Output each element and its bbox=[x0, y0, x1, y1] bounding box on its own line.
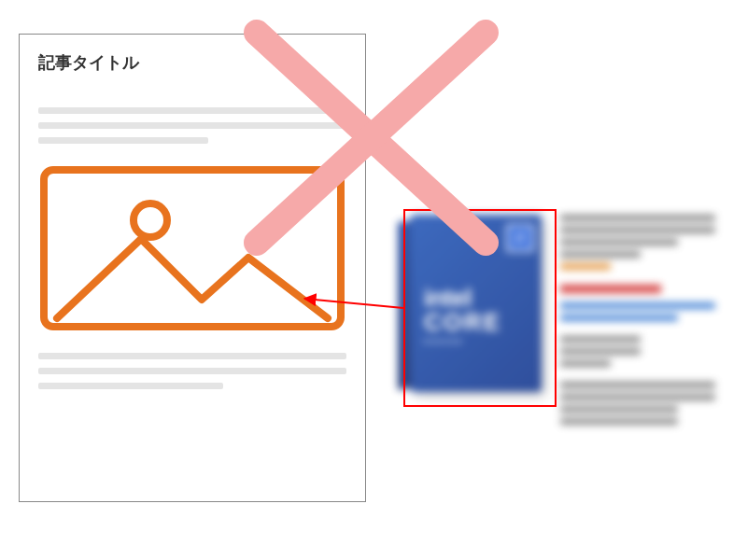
product-brand-line2: CORE bbox=[424, 308, 501, 337]
article-paragraph-1 bbox=[38, 107, 346, 144]
svg-point-1 bbox=[134, 203, 167, 237]
product-badge: i7 bbox=[506, 224, 534, 252]
article-mock: 記事タイトル bbox=[19, 34, 366, 502]
product-subtext: ■ ■ ■ ■ ■ ■ bbox=[424, 338, 462, 344]
svg-rect-0 bbox=[44, 170, 341, 327]
article-image-placeholder bbox=[38, 164, 346, 332]
article-paragraph-2 bbox=[38, 353, 346, 389]
product-listing-blur: i7 intel CORE ■ ■ ■ ■ ■ ■ bbox=[411, 215, 733, 439]
article-title: 記事タイトル bbox=[38, 51, 365, 74]
product-info-text bbox=[560, 215, 728, 430]
product-box-image: i7 intel CORE ■ ■ ■ ■ ■ ■ bbox=[411, 215, 542, 392]
image-placeholder-icon bbox=[38, 164, 346, 332]
